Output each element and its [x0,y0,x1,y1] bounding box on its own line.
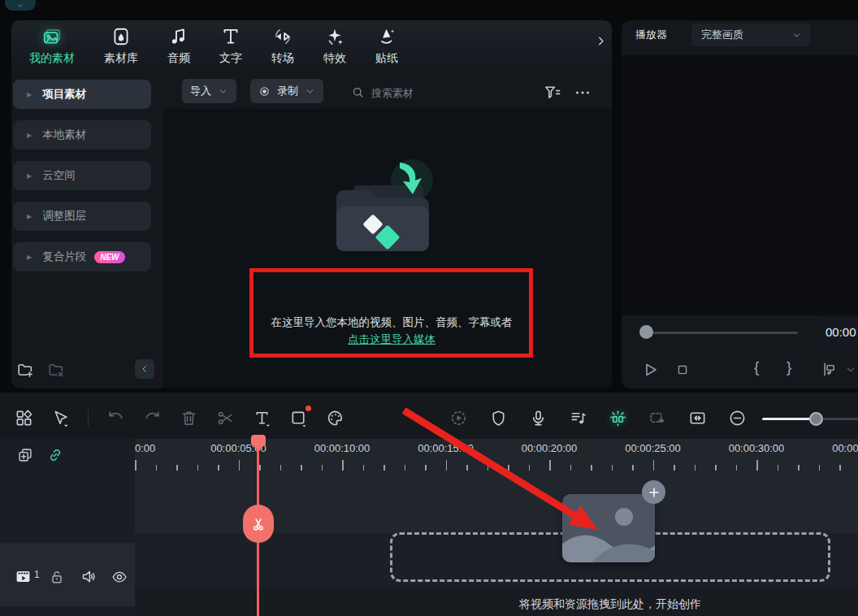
sidebar-item-cloud-space[interactable]: ▶云空间 [13,161,151,190]
timeline-drop-hint: 将视频和资源拖拽到此处，开始创作 [390,597,830,612]
audio-sync-icon[interactable] [569,409,587,427]
mark-in-button[interactable]: { [754,358,759,376]
text-tab-icon [220,26,241,47]
ruler-tick [653,460,655,471]
speed-icon[interactable] [449,409,468,427]
seek-bar[interactable] [642,332,798,334]
tab-library[interactable]: 素材库 [104,26,138,66]
crop-frame-icon[interactable] [289,409,308,427]
caret-right-icon: ▶ [27,213,32,220]
filter-icon[interactable] [543,83,561,102]
undo-icon[interactable] [106,409,125,427]
play-button[interactable] [640,360,660,380]
app-window: 我的素材素材库音频文字转场特效贴纸 ▶项目素材▶本地素材▶云空间▶调整图层▶复合… [0,0,858,616]
duplicate-icon[interactable] [16,446,34,464]
ruler-tick [446,460,448,471]
playhead-marker[interactable] [251,435,266,446]
smart-split-icon[interactable] [609,409,627,427]
trash-icon[interactable] [180,409,198,427]
grid-layout-icon[interactable] [15,409,33,427]
render-marker-button[interactable] [819,360,838,379]
tab-text[interactable]: 文字 [219,26,242,66]
tab-my-media[interactable]: 我的素材 [29,26,75,66]
chevron-down-icon [16,2,24,10]
record-button[interactable]: 录制 [250,79,323,103]
import-button-label: 导入 [190,84,211,98]
caret-right-icon: ▶ [27,91,32,98]
timeline-zoom-handle[interactable] [809,412,823,426]
import-button[interactable]: 导入 [182,79,236,103]
caret-right-icon: ▶ [27,254,32,261]
zoom-out-icon[interactable] [728,409,747,427]
tab-label: 特效 [323,51,346,66]
palette-icon[interactable] [326,409,344,427]
timecode-display: 00:00 [817,319,858,346]
text-tool-icon[interactable] [253,409,271,427]
tab-audio[interactable]: 音频 [167,26,190,66]
tab-label: 素材库 [104,51,138,66]
link-icon[interactable] [47,447,63,463]
chevron-down-icon [305,86,315,97]
ruler-tick [176,465,178,471]
lock-open-icon[interactable] [49,569,65,585]
chevron-down-icon [791,30,802,41]
sidebar-item-adjustment-layer[interactable]: ▶调整图层 [13,202,151,231]
timeline-zoom-slider[interactable] [762,418,811,420]
player-title: 播放器 [635,28,667,42]
ruler-timecode-label: 00:00:25:00 [609,442,698,454]
folder-delete-icon[interactable] [47,361,65,379]
media-tab-icon [41,26,63,47]
visibility-eye-icon[interactable] [111,569,128,585]
ruler-tick [508,465,509,471]
ruler-tick [259,465,261,471]
fit-timeline-icon[interactable] [688,409,707,427]
tabs-expand-icon[interactable] [594,34,608,48]
toolbar-divider [88,410,89,427]
quality-selected-label: 完整画质 [701,28,743,42]
tab-label: 音频 [167,51,190,66]
select-cursor-icon[interactable] [51,409,70,427]
import-media-link[interactable]: 点击这里导入媒体 [348,333,436,345]
ruler-tick [819,465,821,471]
seek-handle[interactable] [639,325,653,339]
timeline-zoom-slider-rest[interactable] [823,418,858,420]
shield-icon[interactable] [489,409,508,427]
import-folder-illustration[interactable] [321,156,457,270]
scissors-icon[interactable] [216,409,235,427]
redo-icon[interactable] [143,409,162,427]
chevron-down-icon[interactable] [845,364,856,375]
stop-button[interactable] [674,362,691,378]
import-hint-text: 在这里导入您本地的视频、图片、音频、字幕或者 [252,315,531,330]
folder-plus-icon[interactable] [16,361,34,379]
sidebar-item-local-media[interactable]: ▶本地素材 [13,120,151,150]
tab-sticker[interactable]: 贴纸 [375,26,398,66]
window-collapse-button[interactable] [5,0,36,11]
ruler-tick [591,465,592,471]
mark-out-button[interactable]: } [786,358,791,376]
ruler-tick [839,465,841,471]
sidebar-collapse-button[interactable] [135,359,154,379]
add-media-plus-icon [642,480,665,504]
sidebar-item-project-media[interactable]: ▶项目素材 [13,80,151,109]
new-badge: NEW [94,251,124,263]
search-input[interactable] [370,82,520,103]
sidebar-item-compound-clip[interactable]: ▶复合片段NEW [13,242,151,271]
ruler-tick [778,465,779,471]
ruler-tick [570,465,572,471]
ruler-timecode-label: 00:00:20:00 [505,442,594,454]
more-options-icon[interactable] [574,84,592,102]
ruler-tick [488,465,489,471]
tab-effects[interactable]: 特效 [323,26,346,66]
microphone-icon[interactable] [529,409,548,427]
ruler-tick [549,460,551,471]
playhead-split-button[interactable] [243,505,274,543]
quality-dropdown[interactable]: 完整画质 [691,24,810,46]
video-track-icon [15,568,32,585]
ruler-tick [239,460,240,471]
caret-right-icon: ▶ [27,132,32,139]
ruler-tick [798,465,800,471]
preview-record-icon[interactable] [648,409,667,427]
timeline-toolbar-right [449,409,747,427]
tab-transition[interactable]: 转场 [271,26,294,66]
mute-speaker-icon[interactable] [80,568,98,585]
